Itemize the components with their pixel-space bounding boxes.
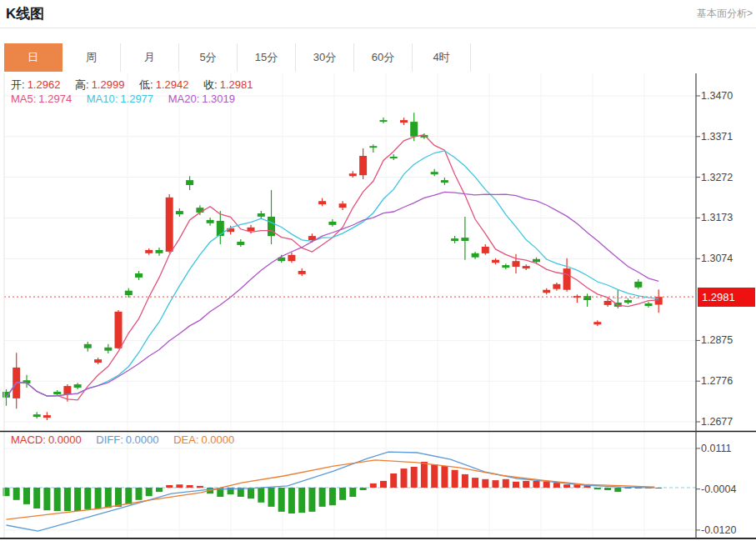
macd-value: 0.0000 [48, 433, 82, 446]
price-tick-label: 1.3470 [701, 90, 733, 102]
low-value: 1.2942 [156, 78, 189, 91]
diff-value: 0.0000 [126, 433, 159, 446]
diff-label: DIFF: [96, 433, 123, 446]
ma20-label: MA20: [168, 93, 200, 105]
ma5-label: MA5: [11, 93, 36, 105]
macd-histogram [3, 462, 663, 513]
price-tick-label: 1.3074 [701, 253, 733, 264]
close-value: 1.2981 [220, 78, 253, 91]
kline-chart[interactable]: 开:1.2962 高:1.2999 低:1.2942 收:1.2981 MA5:… [0, 0, 756, 541]
macd-label: MACD: [11, 433, 46, 446]
ohlc-legend: 开:1.2962 高:1.2999 低:1.2942 收:1.2981 [11, 78, 264, 93]
kline-page: K线图 基本面分析> 日周月5分15分30分60分4时 开:1.2962 高:1… [0, 0, 756, 541]
dea-label: DEA: [173, 433, 198, 446]
price-tick-label: 1.3371 [701, 131, 733, 143]
ma-legend: MA5:1.2974 MA10:1.2977 MA20:1.3019 [11, 93, 247, 105]
low-label: 低: [139, 78, 153, 91]
price-tick-label: 1.3173 [701, 212, 733, 223]
ma5-value: 1.2974 [38, 93, 72, 105]
price-tick-label: 1.3272 [701, 172, 733, 183]
ma10-line [7, 151, 659, 398]
high-label: 高: [75, 78, 89, 91]
macd-tick-label: -0.0004 [701, 483, 736, 495]
close-label: 收: [203, 78, 218, 91]
dea-value: 0.0000 [202, 433, 235, 446]
ma20-value: 1.3019 [202, 93, 235, 105]
ma5-line [7, 135, 659, 400]
high-value: 1.2999 [92, 78, 125, 91]
ma10-value: 1.2977 [120, 93, 153, 105]
open-value: 1.2962 [28, 78, 61, 91]
ma10-label: MA10: [87, 93, 118, 105]
price-tick-label: 1.2776 [701, 375, 733, 387]
price-tick-label: 1.2677 [701, 416, 733, 428]
macd-legend: MACD:0.0000 DIFF:0.0000 DEA:0.0000 [11, 433, 246, 446]
candles-layer [3, 113, 663, 420]
current-price-label: 1.2981 [698, 288, 755, 307]
macd-tick-label: 0.0111 [701, 443, 731, 454]
price-tick-label: 1.2875 [701, 334, 733, 346]
macd-tick-label: -0.0120 [701, 524, 736, 536]
open-label: 开: [11, 78, 25, 91]
